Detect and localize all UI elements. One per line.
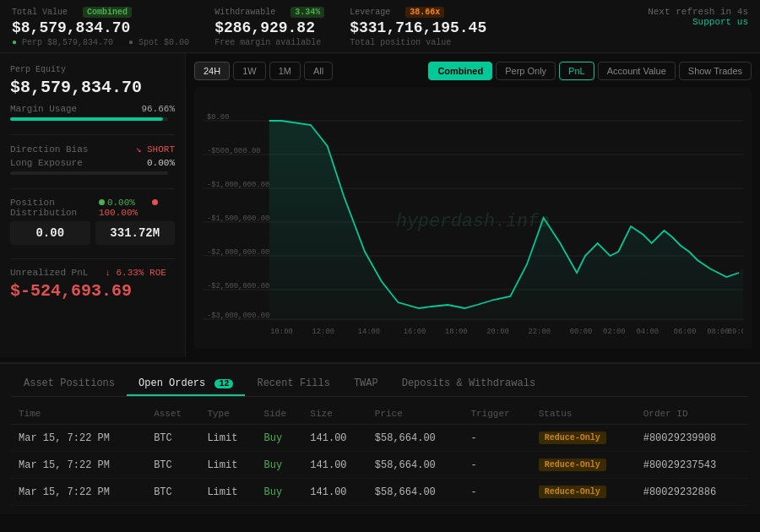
chart-svg: $0.00 -$500,000.00 -$1,000,000.00 -$1,50…	[203, 95, 743, 340]
svg-text:-$500,000.00: -$500,000.00	[207, 147, 261, 155]
direction-val: ↘ SHORT	[136, 144, 175, 155]
status-badge: Reduce-Only	[539, 459, 606, 471]
svg-text:20:00: 20:00	[486, 328, 509, 336]
dist-label-row: Position Distribution 0.00% 100.00%	[10, 198, 175, 218]
tab-twap[interactable]: TWAP	[342, 372, 390, 396]
cell-side: Buy	[258, 425, 304, 452]
open-orders-badge: 12	[214, 379, 233, 388]
svg-text:-$1,500,000.00: -$1,500,000.00	[207, 214, 269, 223]
table-row: Mar 15, 7:22 PM BTC Limit Buy 141.00 $58…	[12, 479, 748, 506]
table-row: Mar 15, 7:22 PM BTC Limit Buy 141.00 $58…	[12, 425, 748, 452]
svg-text:09:00: 09:00	[728, 328, 743, 336]
orders-body: Mar 15, 7:22 PM BTC Limit Buy 141.00 $58…	[12, 425, 748, 506]
opt-perp-only[interactable]: Perp Only	[496, 62, 556, 80]
col-status: Status	[532, 405, 637, 425]
header: Total Value Combined $8,579,834.70 ● Per…	[0, 0, 760, 53]
svg-text:-$2,000,000.00: -$2,000,000.00	[207, 248, 269, 257]
tf-24h[interactable]: 24H	[194, 62, 230, 80]
dist-label: Position Distribution	[10, 198, 99, 218]
support-link[interactable]: Support us	[648, 17, 748, 27]
cell-trigger: -	[464, 425, 531, 452]
long-label: Long Exposure	[10, 158, 83, 168]
cell-order-id: #80029239908	[637, 425, 748, 452]
cell-size: 141.00	[303, 425, 367, 452]
svg-text:00:00: 00:00	[570, 328, 593, 336]
margin-pct: 96.66%	[141, 104, 175, 114]
svg-text:04:00: 04:00	[636, 328, 659, 336]
direction-label: Direction Bias	[10, 144, 88, 155]
margin-progress-bg	[10, 117, 168, 121]
tab-recent-fills[interactable]: Recent Fills	[245, 372, 341, 396]
cell-type: Limit	[200, 425, 257, 452]
cell-asset: BTC	[147, 452, 200, 479]
cell-side: Buy	[258, 452, 304, 479]
tab-open-orders[interactable]: Open Orders 12	[127, 372, 245, 396]
timeframe-buttons: 24H 1W 1M All	[194, 62, 333, 80]
direction-section: Direction Bias ↘ SHORT Long Exposure 0.0…	[10, 144, 175, 175]
sidebar: Perp Equity $8,579,834.70 Margin Usage 9…	[0, 53, 186, 357]
long-bar-bg	[10, 171, 168, 175]
withdrawable-val: $286,929.82	[214, 19, 324, 36]
total-value-label: Total Value Combined	[12, 7, 189, 18]
equity-label: Perp Equity	[10, 65, 175, 74]
svg-text:$0.00: $0.00	[207, 113, 230, 122]
tf-1m[interactable]: 1M	[269, 62, 301, 80]
cell-status: Reduce-Only	[532, 425, 637, 452]
chart-toolbar: 24H 1W 1M All Combined Perp Only PnL Acc…	[194, 62, 752, 80]
header-metrics: Total Value Combined $8,579,834.70 ● Per…	[12, 7, 486, 47]
cell-time: Mar 15, 7:22 PM	[12, 425, 147, 452]
total-value-metric: Total Value Combined $8,579,834.70 ● Per…	[12, 7, 189, 47]
unrealized-roe: ↓ 6.33% ROE	[105, 268, 166, 278]
cell-status: Reduce-Only	[532, 452, 637, 479]
svg-text:10:00: 10:00	[270, 328, 293, 336]
leverage-badge: 38.66x	[405, 7, 444, 18]
tab-asset-positions[interactable]: Asset Positions	[12, 372, 127, 396]
withdrawable-metric: Withdrawable 3.34% $286,929.82 Free marg…	[214, 7, 324, 47]
table-row: Mar 15, 7:22 PM BTC Limit Buy 141.00 $58…	[12, 452, 748, 479]
cell-size: 141.00	[303, 479, 367, 506]
cell-side: Buy	[258, 479, 304, 506]
tab-deposits[interactable]: Deposits & Withdrawals	[390, 372, 547, 396]
withdrawable-sub: Free margin available	[214, 38, 324, 47]
dist-boxes: 0.00 331.72M	[10, 221, 175, 245]
table-header-row: Time Asset Type Side Size Price Trigger …	[12, 405, 748, 425]
equity-section: Perp Equity $8,579,834.70 Margin Usage 9…	[10, 65, 175, 121]
opt-pnl[interactable]: PnL	[559, 62, 594, 80]
cell-asset: BTC	[147, 425, 200, 452]
col-size: Size	[303, 405, 367, 425]
svg-text:-$3,000,000.00: -$3,000,000.00	[207, 312, 269, 320]
svg-text:08:00: 08:00	[707, 328, 730, 336]
svg-text:12:00: 12:00	[312, 328, 334, 336]
cell-price: $58,664.00	[368, 452, 464, 479]
direction-row: Direction Bias ↘ SHORT	[10, 144, 175, 155]
bottom-section: Asset Positions Open Orders 12 Recent Fi…	[0, 362, 760, 514]
opt-account-value[interactable]: Account Value	[598, 62, 676, 80]
cell-asset: BTC	[147, 479, 200, 506]
col-trigger: Trigger	[464, 405, 531, 425]
tabs-row: Asset Positions Open Orders 12 Recent Fi…	[12, 372, 748, 397]
cell-order-id: #80029232886	[637, 479, 748, 506]
tf-all[interactable]: All	[304, 62, 333, 80]
header-right: Next refresh in 4s Support us	[648, 7, 748, 27]
cell-type: Limit	[200, 452, 257, 479]
dist-left-val: 0.00	[17, 226, 84, 240]
opt-show-trades[interactable]: Show Trades	[679, 62, 752, 80]
cell-price: $58,664.00	[368, 425, 464, 452]
opt-combined[interactable]: Combined	[428, 62, 492, 80]
dist-section: Position Distribution 0.00% 100.00% 0.00…	[10, 198, 175, 245]
refresh-text: Next refresh in 4s	[648, 7, 748, 17]
cell-price: $58,664.00	[368, 479, 464, 506]
svg-text:-$1,000,000.00: -$1,000,000.00	[207, 181, 269, 189]
cell-trigger: -	[464, 479, 531, 506]
unrealized-section: Unrealized PnL ↓ 6.33% ROE $-524,693.69	[10, 268, 175, 301]
col-asset: Asset	[147, 405, 200, 425]
cell-type: Limit	[200, 479, 257, 506]
dist-right-val: 331.72M	[102, 226, 169, 240]
dist-pcts: 0.00% 100.00%	[99, 198, 175, 218]
margin-label: Margin Usage	[10, 104, 77, 114]
tf-1w[interactable]: 1W	[233, 62, 266, 80]
unrealized-label: Unrealized PnL ↓ 6.33% ROE	[10, 268, 175, 278]
cell-status: Reduce-Only	[532, 479, 637, 506]
dist-left-box: 0.00	[10, 221, 90, 245]
cell-size: 141.00	[303, 452, 367, 479]
